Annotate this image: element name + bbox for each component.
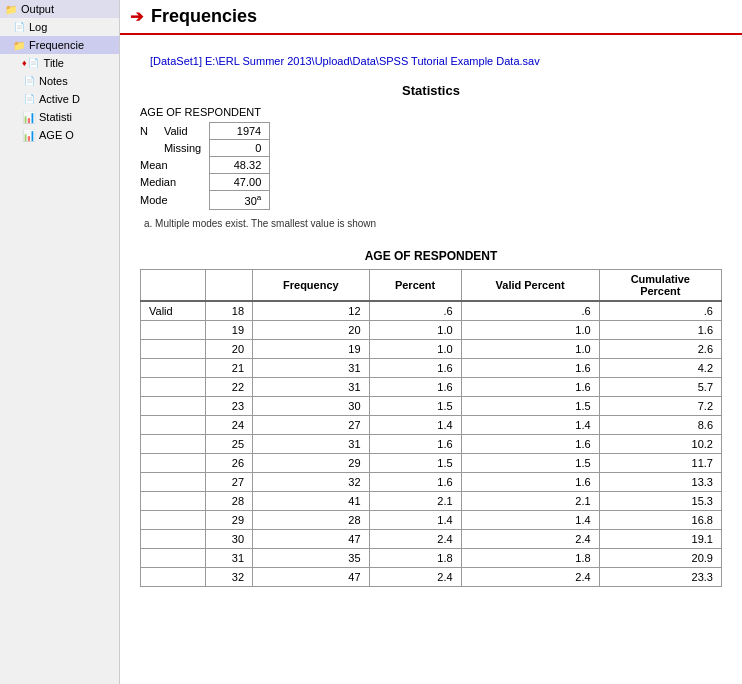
freq-cumulative-percent: 10.2 xyxy=(599,434,721,453)
table-row: 21311.61.64.2 xyxy=(141,358,722,377)
table-row: 31351.81.820.9 xyxy=(141,548,722,567)
median-label: Median xyxy=(140,174,210,191)
freq-valid-percent: 1.0 xyxy=(461,339,599,358)
freq-cumulative-percent: 16.8 xyxy=(599,510,721,529)
freq-frequency: 12 xyxy=(253,301,369,321)
freq-cumulative-percent: 13.3 xyxy=(599,472,721,491)
sidebar-item-age-output[interactable]: 📊 AGE O xyxy=(0,126,119,144)
table-row: Valid1812.6.6.6 xyxy=(141,301,722,321)
notes-icon: 📄 xyxy=(22,74,36,88)
freq-percent: 1.6 xyxy=(369,358,461,377)
table-row: 26291.51.511.7 xyxy=(141,453,722,472)
sidebar-item-active[interactable]: 📄 Active D xyxy=(0,90,119,108)
freq-percent: 1.5 xyxy=(369,396,461,415)
freq-age-label: 25 xyxy=(206,434,253,453)
freq-age-label: 26 xyxy=(206,453,253,472)
sidebar-item-title-label: Title xyxy=(44,57,64,69)
freq-percent: 1.6 xyxy=(369,377,461,396)
freq-percent: 2.4 xyxy=(369,529,461,548)
sidebar: 📁 Output 📄 Log 📁 Frequencie ♦ 📄 Title 📄 … xyxy=(0,0,120,684)
freq-percent: 1.6 xyxy=(369,472,461,491)
sidebar-item-output[interactable]: 📁 Output xyxy=(0,0,119,18)
footnote: a. Multiple modes exist. The smallest va… xyxy=(140,218,722,229)
page-header: ➔ Frequencies xyxy=(120,0,742,35)
freq-valid-percent: 1.6 xyxy=(461,358,599,377)
col-header-percent: Percent xyxy=(369,269,461,301)
freq-cumulative-percent: 19.1 xyxy=(599,529,721,548)
freq-group-label xyxy=(141,377,206,396)
sidebar-item-active-label: Active D xyxy=(39,93,80,105)
freq-frequency: 19 xyxy=(253,339,369,358)
freq-group-label xyxy=(141,510,206,529)
content-area: [DataSet1] E:\ERL Summer 2013\Upload\Dat… xyxy=(120,45,742,597)
freq-valid-percent: 1.4 xyxy=(461,415,599,434)
valid-label: Valid xyxy=(156,123,210,140)
col-header-valid-percent: Valid Percent xyxy=(461,269,599,301)
table-row: 24271.41.48.6 xyxy=(141,415,722,434)
mean-label: Mean xyxy=(140,157,210,174)
freq-percent: 1.8 xyxy=(369,548,461,567)
freq-percent: .6 xyxy=(369,301,461,321)
sidebar-item-output-label: Output xyxy=(21,3,54,15)
table-header-row: Frequency Percent Valid Percent Cumulati… xyxy=(141,269,722,301)
freq-percent: 1.4 xyxy=(369,510,461,529)
freq-group-label xyxy=(141,358,206,377)
freq-frequency: 47 xyxy=(253,567,369,586)
page-title: Frequencies xyxy=(151,6,257,27)
freq-cumulative-percent: 11.7 xyxy=(599,453,721,472)
sidebar-item-statistics-label: Statisti xyxy=(39,111,72,123)
freq-age-label: 28 xyxy=(206,491,253,510)
freq-percent: 1.5 xyxy=(369,453,461,472)
freq-percent: 1.4 xyxy=(369,415,461,434)
statistics-icon: 📊 xyxy=(22,110,36,124)
freq-frequency: 47 xyxy=(253,529,369,548)
freq-valid-percent: 1.6 xyxy=(461,434,599,453)
freq-cumulative-percent: 2.6 xyxy=(599,339,721,358)
frequency-table-title: AGE OF RESPONDENT xyxy=(140,249,722,263)
freq-age-label: 27 xyxy=(206,472,253,491)
freq-cumulative-percent: 7.2 xyxy=(599,396,721,415)
median-value: 47.00 xyxy=(210,174,270,191)
freq-group-label xyxy=(141,548,206,567)
freq-frequency: 31 xyxy=(253,358,369,377)
sidebar-item-frequencies[interactable]: 📁 Frequencie xyxy=(0,36,119,54)
freq-cumulative-percent: 15.3 xyxy=(599,491,721,510)
freq-cumulative-percent: 1.6 xyxy=(599,320,721,339)
freq-frequency: 20 xyxy=(253,320,369,339)
sidebar-item-log[interactable]: 📄 Log xyxy=(0,18,119,36)
sidebar-item-notes[interactable]: 📄 Notes xyxy=(0,72,119,90)
freq-group-label xyxy=(141,491,206,510)
title-icon: 📄 xyxy=(27,56,41,70)
freq-group-label xyxy=(141,453,206,472)
freq-age-label: 19 xyxy=(206,320,253,339)
freq-valid-percent: .6 xyxy=(461,301,599,321)
freq-cumulative-percent: 4.2 xyxy=(599,358,721,377)
freq-frequency: 41 xyxy=(253,491,369,510)
freq-cumulative-percent: .6 xyxy=(599,301,721,321)
freq-frequency: 29 xyxy=(253,453,369,472)
freq-valid-percent: 1.6 xyxy=(461,472,599,491)
statistics-section: Statistics AGE OF RESPONDENT N Valid 197… xyxy=(140,83,722,229)
freq-age-label: 31 xyxy=(206,548,253,567)
freq-group-label: Valid xyxy=(141,301,206,321)
table-row: 28412.12.115.3 xyxy=(141,491,722,510)
table-row: 30472.42.419.1 xyxy=(141,529,722,548)
freq-frequency: 27 xyxy=(253,415,369,434)
log-icon: 📄 xyxy=(12,20,26,34)
mode-label: Mode xyxy=(140,191,210,210)
sidebar-item-statistics[interactable]: 📊 Statisti xyxy=(0,108,119,126)
freq-valid-percent: 2.4 xyxy=(461,529,599,548)
table-row: 22311.61.65.7 xyxy=(141,377,722,396)
active-icon: 📄 xyxy=(22,92,36,106)
age-output-icon: 📊 xyxy=(22,128,36,142)
freq-age-label: 29 xyxy=(206,510,253,529)
sidebar-item-title[interactable]: ♦ 📄 Title xyxy=(0,54,119,72)
statistics-section-title: Statistics xyxy=(140,83,722,98)
table-row: 27321.61.613.3 xyxy=(141,472,722,491)
freq-frequency: 30 xyxy=(253,396,369,415)
freq-group-label xyxy=(141,567,206,586)
freq-frequency: 31 xyxy=(253,434,369,453)
table-row: 19201.01.01.6 xyxy=(141,320,722,339)
dataset-link[interactable]: [DataSet1] E:\ERL Summer 2013\Upload\Dat… xyxy=(140,55,722,67)
freq-group-label xyxy=(141,434,206,453)
